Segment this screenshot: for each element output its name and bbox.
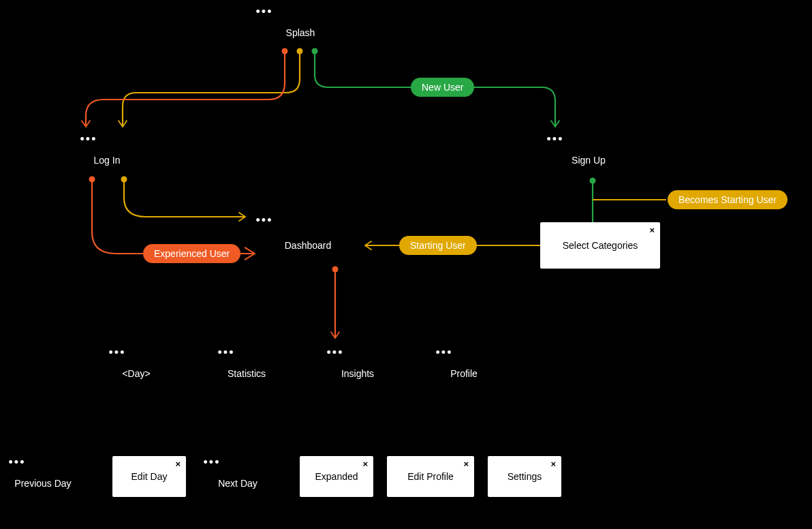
ellipsis-icon: ••• <box>547 133 564 145</box>
card-label: Edit Day <box>131 471 168 482</box>
connectors-layer <box>0 0 812 529</box>
edge-splash-login-yellow <box>123 51 300 127</box>
edge-login-dashboard-orange <box>92 179 253 254</box>
card-label: Edit Profile <box>407 471 454 482</box>
card-label: Select Categories <box>563 240 638 251</box>
node-login[interactable]: Log In <box>94 155 121 166</box>
card-edit-profile[interactable]: × Edit Profile <box>387 456 474 497</box>
pill-label: Becomes Starting User <box>678 194 777 205</box>
ellipsis-icon: ••• <box>436 346 453 359</box>
pill-label: Starting User <box>410 240 466 251</box>
svg-point-1 <box>297 48 303 55</box>
pill-experienced-user: Experienced User <box>143 244 240 263</box>
close-icon[interactable]: × <box>362 459 368 469</box>
svg-point-6 <box>332 267 339 273</box>
node-signup[interactable]: Sign Up <box>572 155 606 166</box>
ellipsis-icon: ••• <box>9 456 26 468</box>
card-expanded[interactable]: × Expanded <box>300 456 373 497</box>
node-splash[interactable]: Splash <box>286 27 315 38</box>
pill-starting-user: Starting User <box>399 236 477 255</box>
close-icon[interactable]: × <box>550 459 556 469</box>
card-label: Expanded <box>315 471 358 482</box>
ellipsis-icon: ••• <box>80 133 97 145</box>
ellipsis-icon: ••• <box>218 346 235 359</box>
flow-diagram-canvas: ••• Splash New User ••• Log In ••• Sign … <box>0 0 812 529</box>
card-label: Settings <box>507 471 542 482</box>
node-statistics[interactable]: Statistics <box>228 368 266 379</box>
close-icon[interactable]: × <box>463 459 469 469</box>
svg-point-4 <box>121 177 127 183</box>
ellipsis-icon: ••• <box>204 456 221 468</box>
ellipsis-icon: ••• <box>327 346 344 359</box>
card-settings[interactable]: × Settings <box>488 456 561 497</box>
ellipsis-icon: ••• <box>256 214 273 226</box>
card-edit-day[interactable]: × Edit Day <box>112 456 186 497</box>
node-next-day[interactable]: Next Day <box>218 478 257 489</box>
svg-point-0 <box>282 48 288 55</box>
node-previous-day[interactable]: Previous Day <box>14 478 71 489</box>
node-dashboard[interactable]: Dashboard <box>285 240 332 251</box>
edge-splash-login-orange <box>86 51 285 127</box>
card-select-categories[interactable]: × Select Categories <box>540 222 660 269</box>
svg-point-5 <box>590 178 596 184</box>
pill-becomes-starting-user: Becomes Starting User <box>668 190 787 209</box>
pill-label: Experienced User <box>154 248 230 259</box>
node-insights[interactable]: Insights <box>341 368 374 379</box>
close-icon[interactable]: × <box>649 225 655 235</box>
edge-login-dashboard-yellow <box>124 179 245 217</box>
ellipsis-icon: ••• <box>256 5 273 18</box>
pill-label: New User <box>422 82 463 93</box>
node-day[interactable]: <Day> <box>122 368 150 379</box>
close-icon[interactable]: × <box>175 459 181 469</box>
ellipsis-icon: ••• <box>109 346 126 359</box>
svg-point-3 <box>89 177 95 183</box>
svg-point-2 <box>312 48 318 55</box>
pill-new-user: New User <box>411 78 474 97</box>
node-profile[interactable]: Profile <box>450 368 478 379</box>
